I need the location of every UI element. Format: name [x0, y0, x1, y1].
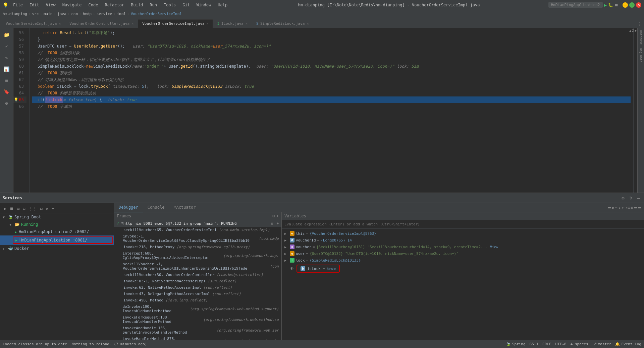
- tab-debugger[interactable]: Debugger: [114, 203, 143, 212]
- frame-item-13[interactable]: invokeAndHandle:105, ServletInvocableHan…: [114, 325, 281, 336]
- stop-button[interactable]: ⏹: [614, 3, 619, 7]
- menu-help[interactable]: Help: [216, 2, 229, 8]
- tree-filter-btn[interactable]: ⊟: [39, 206, 44, 212]
- status-eventlog[interactable]: 🔔 Event Log: [615, 342, 641, 346]
- frame-item-7[interactable]: invoke:0:-1, NativeMethodAccessorImpl (s…: [114, 278, 281, 284]
- menu-run[interactable]: Run: [148, 2, 159, 8]
- var-voucher[interactable]: ▶ o voucher = {SeckillVoucher@10131} "Se…: [282, 243, 644, 250]
- expand-voucher[interactable]: ▶: [284, 245, 288, 249]
- frame-item-11[interactable]: doInvoke:190, InvocableHandlerMethod (or…: [114, 303, 281, 314]
- tree-app1[interactable]: ▶ HmDianPingApplication :8081/: [0, 235, 114, 245]
- sidebar-structure[interactable]: ≡: [1, 75, 12, 86]
- view-link[interactable]: View: [490, 245, 498, 249]
- tree-run-btn[interactable]: ▶: [3, 206, 8, 212]
- breadcrumb-java[interactable]: java: [57, 12, 66, 16]
- code-content[interactable]: return Result.fail("库存不足"); } UserDTO us…: [30, 28, 633, 193]
- var-islock[interactable]: ▶ 👁 b isLock = true: [282, 264, 644, 274]
- expand-springboot[interactable]: ▼: [3, 215, 7, 219]
- frame-item-2[interactable]: invoke:-1, VoucherOrderServiceImpl$$Fast…: [114, 233, 281, 244]
- frame-item-9[interactable]: invoke:43, DelegatingMethodAccessorImpl …: [114, 291, 281, 297]
- bigdata-sidebar-icon[interactable]: Big Data: [638, 47, 643, 64]
- evaluate-expression-input[interactable]: [282, 220, 644, 229]
- gear-icon[interactable]: ⛭: [627, 195, 635, 201]
- stepout-icon[interactable]: ↑: [622, 205, 624, 210]
- tab-voucherordercontroller[interactable]: VoucherOrderController.java ✕: [65, 19, 138, 28]
- editor-scrollbar[interactable]: ▲2▼: [633, 28, 637, 193]
- menu-build[interactable]: Build: [129, 2, 145, 8]
- status-encoding[interactable]: UTF-8: [555, 342, 567, 346]
- expand-running[interactable]: ▼: [9, 223, 13, 226]
- frame-item-3[interactable]: invoke:218, MethodProxy (org.springframe…: [114, 244, 281, 250]
- tree-group-btn[interactable]: ⋮⋮: [28, 206, 38, 212]
- frame-item-4[interactable]: intercept:688, CglibAopProxy$DynamicAdvi…: [114, 250, 281, 261]
- tree-app2[interactable]: ▶ HmDianPingApplication2 :8082/: [0, 228, 114, 235]
- status-spring[interactable]: 🍃 Spring: [506, 342, 526, 346]
- stepover-icon[interactable]: ↷: [615, 205, 618, 210]
- tree-springboot[interactable]: ▼ 🍃 Spring Boot: [0, 213, 114, 221]
- run-button[interactable]: ▶: [604, 2, 607, 8]
- tree-refresh-btn[interactable]: ↺: [45, 206, 50, 212]
- menu-edit[interactable]: Edit: [28, 2, 41, 8]
- expand-lock[interactable]: ▶: [284, 259, 288, 262]
- debug-button[interactable]: 🐛: [608, 3, 613, 7]
- tree-expand-btn[interactable]: ⊞: [16, 206, 21, 212]
- tabs-overflow[interactable]: ⋮: [635, 20, 644, 28]
- minimize-button[interactable]: —: [623, 2, 628, 8]
- menu-file[interactable]: File: [11, 2, 25, 8]
- tab-close[interactable]: ✕: [131, 22, 133, 25]
- menu-window[interactable]: Window: [195, 2, 213, 8]
- frames-content[interactable]: ✓ *http-nio-8081-exec-6@7,132 in group "…: [114, 220, 281, 340]
- tab-close[interactable]: ✕: [207, 22, 209, 25]
- frame-item-8[interactable]: invoke:62, NativeMethodAccessorImpl (sun…: [114, 284, 281, 291]
- frame-main-thread[interactable]: ✓ *http-nio-8081-exec-6@7,132 in group "…: [114, 220, 281, 227]
- tab-close[interactable]: ✕: [246, 22, 248, 25]
- tab-voucherserviceimpl[interactable]: VoucherServiceImpl.java ✕: [1, 19, 65, 28]
- code-editor[interactable]: 55 56 57 58 59 60 61 62 63 64 ● 💡 65 66: [13, 28, 637, 193]
- menu-refactor[interactable]: Refactor: [103, 2, 126, 8]
- minimize-panel-icon[interactable]: —: [636, 195, 641, 201]
- evaluate-icon[interactable]: ⊞: [628, 205, 630, 210]
- tab-ilock[interactable]: I ILock.java ✕: [213, 19, 252, 28]
- maximize-button[interactable]: □: [629, 2, 635, 8]
- menu-tools[interactable]: Tools: [162, 2, 178, 8]
- tab-simpleredislock[interactable]: S SimpleRedisLock.java ✕: [252, 19, 313, 28]
- watch-eye-icon[interactable]: 👁: [290, 266, 294, 271]
- status-branch[interactable]: ⎇ master: [592, 342, 611, 346]
- status-indent[interactable]: 4 spaces: [571, 342, 588, 346]
- var-voucherid[interactable]: ▶ # voucherId = {Long@8765} 14: [282, 237, 644, 243]
- frame-item-10[interactable]: invoke:498, Method (java.lang.reflect): [114, 297, 281, 303]
- stepinto-icon[interactable]: ↓: [619, 205, 621, 210]
- var-lock[interactable]: ▶ l lock = {SimpleRedisLock@10133}: [282, 257, 644, 264]
- var-this[interactable]: ▶ o this = {VoucherOrderServiceImpl@8763…: [282, 230, 644, 237]
- expand-frames-icon[interactable]: +: [276, 221, 279, 226]
- threads-icon[interactable]: ☰☰: [634, 205, 641, 210]
- filter-icon[interactable]: ⊟: [273, 214, 275, 218]
- frame-item-5[interactable]: seckillVoucher:-1, VoucherOrderServiceIm…: [114, 261, 281, 272]
- frame-item-14[interactable]: invokeHandlerMethod:878, RequestMappingH…: [114, 336, 281, 340]
- run-config[interactable]: HmDianPingApplication2: [548, 2, 603, 8]
- tree-add-btn[interactable]: +: [50, 206, 55, 212]
- status-linesep[interactable]: CRLF: [542, 342, 551, 346]
- sidebar-bookmarks[interactable]: 🔖: [1, 86, 12, 97]
- tab-close[interactable]: ✕: [59, 22, 61, 25]
- frame-item-12[interactable]: invokeForRequest:138, InvocableHandlerMe…: [114, 314, 281, 325]
- breadcrumb-com[interactable]: com: [71, 12, 78, 16]
- menu-code[interactable]: Code: [87, 2, 100, 8]
- expand-this[interactable]: ▶: [284, 232, 288, 235]
- breadcrumb-service[interactable]: service: [97, 12, 112, 16]
- sidebar-bigdata[interactable]: 📊: [1, 64, 12, 74]
- layout-icon[interactable]: ☰: [608, 205, 611, 210]
- tree-stop-btn[interactable]: ⏹: [8, 206, 15, 212]
- breadcrumb-hmdp[interactable]: hmdp: [83, 12, 92, 16]
- tab-voucherorderserviceimpl[interactable]: VoucherOrderServiceImpl.java ✕: [138, 19, 213, 28]
- tab-actuator[interactable]: ⊙ Actuator: [169, 203, 200, 212]
- breadcrumb-main[interactable]: main: [44, 12, 53, 16]
- breadcrumb-project[interactable]: hm-dianping: [3, 12, 27, 16]
- sidebar-project[interactable]: 📁: [1, 29, 12, 40]
- memory-icon[interactable]: ▦: [631, 205, 633, 210]
- frame-item-1[interactable]: seckillVoucher:65, VoucherOrderServiceIm…: [114, 227, 281, 233]
- expand-voucherid[interactable]: ▶: [284, 238, 288, 242]
- frame-item-6[interactable]: seckillVoucher:30, VoucherOrderControlle…: [114, 272, 281, 278]
- menu-navigate[interactable]: Navigate: [60, 2, 84, 8]
- menu-git[interactable]: Git: [180, 2, 192, 8]
